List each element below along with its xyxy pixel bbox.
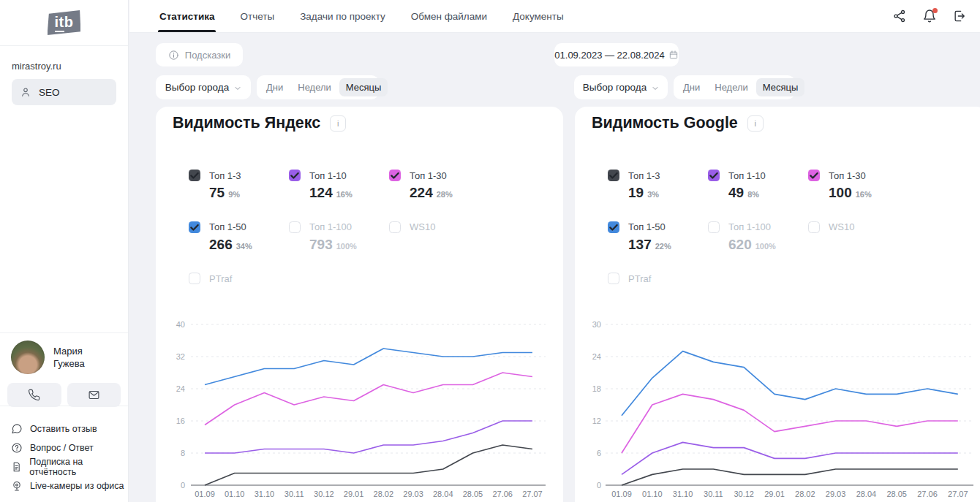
legend-toggle-top-1-100[interactable]: Топ 1-100 bbox=[708, 221, 803, 233]
legend-toggle-top-1-3[interactable]: Топ 1-3 bbox=[189, 170, 284, 181]
tab-documents[interactable]: Документы bbox=[513, 0, 564, 32]
sidebar-links: Оставить отзывВопрос / ОтветПодписка на … bbox=[0, 406, 128, 495]
checkbox-top-1-30[interactable] bbox=[389, 170, 401, 181]
legend-value: 22428% bbox=[410, 185, 484, 201]
legend-item-top-1-3: Топ 1-3759% bbox=[189, 170, 284, 201]
svg-text:29.01: 29.01 bbox=[764, 490, 785, 498]
tab-statistics[interactable]: Статистика bbox=[159, 0, 214, 32]
legend-toggle-ptraf[interactable]: PTraf bbox=[608, 273, 703, 284]
feedback-link[interactable]: Оставить отзыв bbox=[0, 419, 128, 438]
notifications-button[interactable] bbox=[922, 9, 937, 23]
svg-text:0: 0 bbox=[181, 481, 185, 490]
legend-toggle-top-1-30[interactable]: Топ 1-30 bbox=[808, 170, 903, 181]
legend-label: Топ 1-10 bbox=[309, 170, 347, 181]
info-icon[interactable]: i bbox=[747, 115, 764, 132]
svg-text:30.11: 30.11 bbox=[704, 490, 723, 498]
legend-toggle-top-1-100[interactable]: Топ 1-100 bbox=[289, 221, 384, 233]
legend-toggle-top-1-50[interactable]: Топ 1-50 bbox=[608, 221, 703, 233]
share-button[interactable] bbox=[892, 9, 907, 23]
period-option[interactable]: Дни bbox=[676, 78, 706, 96]
legend-label: Топ 1-30 bbox=[410, 170, 447, 181]
svg-text:0: 0 bbox=[597, 481, 601, 490]
avatar bbox=[11, 341, 45, 374]
report-subscription-link[interactable]: Подписка на отчётность bbox=[0, 457, 128, 476]
svg-text:01.10: 01.10 bbox=[642, 490, 663, 498]
legend-item-top-1-30: Топ 1-3010016% bbox=[808, 170, 903, 201]
legend-count: 620 bbox=[728, 237, 752, 253]
legend-toggle-top-1-10[interactable]: Топ 1-10 bbox=[708, 170, 803, 181]
city-select-left[interactable]: Выбор города bbox=[156, 75, 251, 99]
svg-text:40: 40 bbox=[176, 320, 185, 329]
top-header: СтатистикаОтчетыЗадачи по проектуОбмен ф… bbox=[129, 0, 980, 33]
city-select-label: Выбор города bbox=[583, 82, 647, 93]
svg-text:30.12: 30.12 bbox=[734, 490, 754, 498]
period-option[interactable]: Недели bbox=[708, 78, 755, 96]
tab-reports[interactable]: Отчеты bbox=[240, 0, 274, 32]
legend-value: 13722% bbox=[628, 237, 703, 253]
period-option[interactable]: Недели bbox=[291, 78, 338, 96]
svg-text:27.06: 27.06 bbox=[492, 490, 513, 498]
google-visibility-panel: Видимость Google i Топ 1-3193%Топ 1-1049… bbox=[575, 107, 980, 502]
period-option[interactable]: Месяцы bbox=[339, 78, 388, 96]
document-icon bbox=[11, 461, 22, 473]
svg-text:28.04: 28.04 bbox=[856, 490, 877, 498]
series-line-Топ 1-30 bbox=[205, 373, 532, 425]
legend-item-ptraf: PTraf bbox=[189, 273, 284, 284]
live-cams-link[interactable]: Live-камеры из офиса bbox=[0, 476, 128, 495]
period-option[interactable]: Дни bbox=[260, 78, 290, 96]
svg-text:28.05: 28.05 bbox=[886, 490, 907, 498]
legend-label: Топ 1-100 bbox=[728, 221, 771, 232]
svg-text:27.06: 27.06 bbox=[917, 490, 938, 498]
hints-button[interactable]: Подсказки bbox=[156, 43, 243, 66]
date-range-value: 01.09.2023 — 22.08.2024 bbox=[554, 50, 664, 61]
checkbox-ws10[interactable] bbox=[808, 221, 820, 233]
itb-logo[interactable]: itb bbox=[48, 10, 81, 35]
sidebar-nav: SEO bbox=[0, 79, 128, 105]
logout-button[interactable] bbox=[952, 9, 967, 23]
checkbox-ptraf[interactable] bbox=[189, 273, 200, 284]
svg-text:01.09: 01.09 bbox=[195, 490, 215, 498]
checkbox-ptraf[interactable] bbox=[608, 273, 619, 284]
legend-label: Топ 1-50 bbox=[209, 221, 246, 232]
legend-toggle-top-1-50[interactable]: Топ 1-50 bbox=[189, 221, 284, 233]
legend-toggle-top-1-10[interactable]: Топ 1-10 bbox=[289, 170, 384, 181]
phone-button[interactable] bbox=[7, 383, 61, 407]
svg-text:29.01: 29.01 bbox=[344, 490, 364, 498]
legend-toggle-ptraf[interactable]: PTraf bbox=[189, 273, 284, 284]
info-icon[interactable]: i bbox=[330, 115, 346, 132]
legend-toggle-ws10[interactable]: WS10 bbox=[389, 221, 484, 233]
link-label: Подписка на отчётность bbox=[29, 457, 128, 477]
legend-item-top-1-100: Топ 1-100620100% bbox=[708, 221, 803, 253]
legend-value: 620100% bbox=[728, 237, 803, 253]
legend-label: Топ 1-100 bbox=[309, 221, 352, 232]
city-select-label: Выбор города bbox=[165, 82, 229, 93]
info-icon bbox=[168, 50, 179, 61]
checkbox-top-1-10[interactable] bbox=[289, 170, 301, 181]
checkbox-top-1-50[interactable] bbox=[608, 221, 619, 233]
checkbox-top-1-50[interactable] bbox=[189, 221, 200, 233]
legend-toggle-top-1-30[interactable]: Топ 1-30 bbox=[389, 170, 484, 181]
legend-value: 498% bbox=[728, 185, 803, 201]
checkbox-top-1-3[interactable] bbox=[189, 170, 200, 181]
legend-value: 193% bbox=[628, 185, 703, 201]
tab-file-exchange[interactable]: Обмен файлами bbox=[411, 0, 487, 32]
period-option[interactable]: Месяцы bbox=[756, 78, 805, 96]
checkbox-top-1-30[interactable] bbox=[808, 170, 820, 181]
date-range-button[interactable]: 01.09.2023 — 22.08.2024 bbox=[554, 43, 679, 66]
checkbox-ws10[interactable] bbox=[389, 221, 401, 233]
checkbox-top-1-3[interactable] bbox=[608, 170, 619, 181]
checkbox-top-1-100[interactable] bbox=[289, 221, 301, 233]
legend-item-top-1-50: Топ 1-5026634% bbox=[189, 221, 284, 253]
tab-project-tasks[interactable]: Задачи по проекту bbox=[300, 0, 385, 32]
checkbox-top-1-100[interactable] bbox=[708, 221, 720, 233]
legend-toggle-top-1-3[interactable]: Топ 1-3 bbox=[608, 170, 703, 181]
legend-item-top-1-3: Топ 1-3193% bbox=[608, 170, 703, 201]
city-select-right[interactable]: Выбор города bbox=[574, 75, 668, 99]
sidebar-item-seo[interactable]: SEO bbox=[12, 79, 116, 105]
email-button[interactable] bbox=[67, 383, 121, 407]
svg-text:16: 16 bbox=[176, 417, 185, 425]
checkbox-top-1-10[interactable] bbox=[708, 170, 720, 181]
legend-toggle-ws10[interactable]: WS10 bbox=[808, 221, 903, 233]
qa-link[interactable]: Вопрос / Ответ bbox=[0, 438, 128, 457]
sidebar-item-label: SEO bbox=[39, 87, 60, 98]
